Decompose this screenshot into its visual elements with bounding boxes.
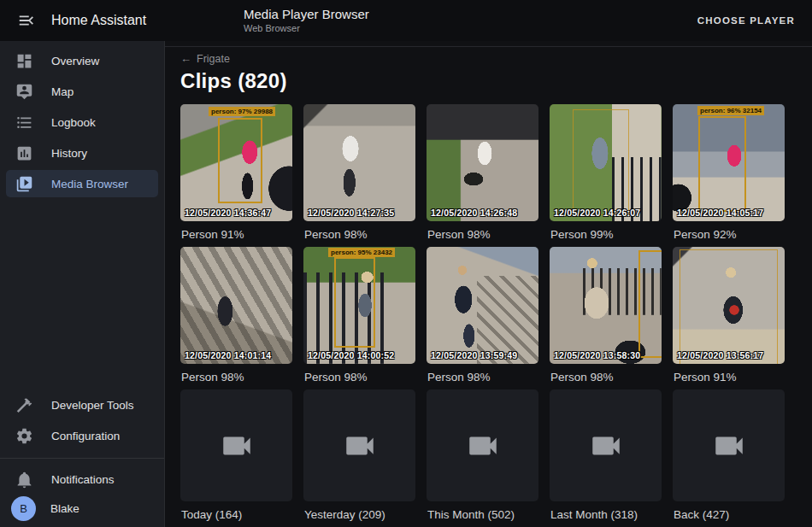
folder-caption: Back (427) xyxy=(674,508,785,522)
sidebar-item-developer-tools[interactable]: Developer Tools xyxy=(6,391,158,419)
detection-bounding-box xyxy=(698,116,746,212)
clip-timestamp: 12/05/2020 14:36:47 xyxy=(185,208,271,218)
detection-label: person: 95% 23432 xyxy=(328,248,395,257)
panel-title-block: Media Player Browser Web Browser xyxy=(244,7,369,35)
folder-thumbnail xyxy=(550,389,662,501)
menu-open-button[interactable] xyxy=(13,7,40,34)
clip-caption: Person 98% xyxy=(304,228,415,242)
back-arrow-icon: ← xyxy=(180,52,191,65)
detection-bounding-box xyxy=(218,118,262,203)
video-icon xyxy=(465,428,501,464)
folder-thumbnail xyxy=(303,389,415,501)
clip-thumbnail: 12/05/2020 13:56:17 xyxy=(673,247,785,364)
folder-thumbnail xyxy=(673,389,785,501)
detection-label: person: 97% 29988 xyxy=(209,107,275,116)
clip-caption: Person 98% xyxy=(427,371,538,384)
sidebar-spacer xyxy=(0,199,164,389)
folder-tile-today[interactable]: Today (164) xyxy=(180,389,292,527)
sidebar-header: Home Assistant xyxy=(0,7,165,34)
clip-thumbnail: 12/05/2020 14:27:35 xyxy=(303,104,415,221)
folder-tile-back[interactable]: Back (427) xyxy=(673,389,785,527)
folder-caption: Today (164) xyxy=(181,508,292,522)
clip-tile[interactable]: person: 95% 23432 12/05/2020 14:00:52 Pe… xyxy=(303,247,415,389)
sidebar-divider xyxy=(0,458,164,459)
sidebar-item-label: Developer Tools xyxy=(51,399,134,412)
clip-thumbnail: 12/05/2020 13:58:30 xyxy=(550,247,662,364)
clip-caption: Person 98% xyxy=(427,228,538,242)
clip-tile[interactable]: 12/05/2020 14:26:48 Person 98% xyxy=(427,104,538,247)
clip-thumbnail: 12/05/2020 14:26:07 xyxy=(550,104,662,221)
folder-thumbnail xyxy=(427,389,538,501)
detection-label: person: 96% 32154 xyxy=(697,106,764,115)
clip-tile[interactable]: 12/05/2020 14:01:14 Person 98% xyxy=(180,247,292,389)
clip-timestamp: 12/05/2020 13:56:17 xyxy=(677,350,763,360)
clip-timestamp: 12/05/2020 14:26:48 xyxy=(431,208,517,218)
choose-player-button[interactable]: CHOOSE PLAYER xyxy=(692,9,800,32)
folder-tile-this-month[interactable]: This Month (502) xyxy=(427,389,538,527)
clip-tile[interactable]: 12/05/2020 13:58:30 Person 98% xyxy=(550,247,662,389)
clip-timestamp: 12/05/2020 14:26:07 xyxy=(554,208,640,218)
video-icon xyxy=(342,428,378,464)
user-avatar: B xyxy=(11,496,36,521)
detection-bounding-box xyxy=(573,109,629,215)
app-title: Home Assistant xyxy=(51,13,146,28)
clip-timestamp: 12/05/2020 13:58:30 xyxy=(554,350,640,360)
video-icon xyxy=(219,428,255,464)
clip-caption: Person 98% xyxy=(550,371,662,384)
clip-tile[interactable]: 12/05/2020 13:59:49 Person 98% xyxy=(427,247,538,389)
hammer-icon xyxy=(14,395,34,415)
breadcrumb-back[interactable]: ← Frigate xyxy=(180,52,230,65)
clip-tile[interactable]: 12/05/2020 14:26:07 Person 99% xyxy=(550,104,662,247)
page-title: Clips (820) xyxy=(180,69,812,93)
detection-bounding-box xyxy=(638,250,662,358)
clip-timestamp: 12/05/2020 14:27:35 xyxy=(308,208,394,218)
folder-caption: This Month (502) xyxy=(427,508,538,522)
clip-tile[interactable]: 12/05/2020 13:56:17 Person 91% xyxy=(673,247,785,389)
clip-caption: Person 98% xyxy=(181,371,292,384)
clip-thumbnail: person: 95% 23432 12/05/2020 14:00:52 xyxy=(303,247,415,364)
clip-timestamp: 12/05/2020 14:05:17 xyxy=(677,208,763,218)
folder-tile-yesterday[interactable]: Yesterday (209) xyxy=(303,389,415,527)
clips-grid: person: 97% 29988 12/05/2020 14:36:47 Pe… xyxy=(180,104,797,527)
clip-thumbnail: 12/05/2020 13:59:49 xyxy=(427,247,538,364)
clip-tile[interactable]: person: 97% 29988 12/05/2020 14:36:47 Pe… xyxy=(180,104,292,247)
sidebar-item-label: Map xyxy=(51,85,74,98)
sidebar-item-map[interactable]: Map xyxy=(6,78,158,105)
sidebar-item-media-browser[interactable]: Media Browser xyxy=(6,170,158,197)
breadcrumb-label: Frigate xyxy=(197,53,230,65)
gear-icon xyxy=(14,425,34,446)
sidebar-item-label: Configuration xyxy=(51,430,120,442)
menu-open-icon xyxy=(17,11,36,30)
folder-tile-last-month[interactable]: Last Month (318) xyxy=(550,389,662,527)
folder-thumbnail xyxy=(180,389,292,501)
sidebar-item-notifications[interactable]: Notifications xyxy=(6,466,158,493)
video-icon xyxy=(588,428,624,464)
sidebar-item-user[interactable]: B Blake xyxy=(6,495,158,522)
sidebar-item-overview[interactable]: Overview xyxy=(6,47,158,74)
clip-thumbnail: 12/05/2020 14:26:48 xyxy=(427,104,538,221)
clip-caption: Person 91% xyxy=(181,228,292,242)
video-icon xyxy=(711,428,747,464)
sidebar-item-configuration[interactable]: Configuration xyxy=(6,422,158,449)
format-list-bulleted-icon xyxy=(14,112,34,132)
user-name: Blake xyxy=(50,502,79,515)
account-tooltip-icon xyxy=(14,81,34,102)
sidebar-item-label: History xyxy=(51,147,87,160)
panel-subtitle: Web Browser xyxy=(244,23,369,35)
clip-tile[interactable]: 12/05/2020 14:27:35 Person 98% xyxy=(303,104,415,247)
clip-thumbnail: person: 97% 29988 12/05/2020 14:36:47 xyxy=(180,104,292,221)
clip-timestamp: 12/05/2020 14:00:52 xyxy=(308,350,394,360)
sidebar-item-logbook[interactable]: Logbook xyxy=(6,108,158,136)
clip-caption: Person 99% xyxy=(550,228,662,242)
clip-tile[interactable]: person: 96% 32154 12/05/2020 14:05:17 Pe… xyxy=(673,104,785,247)
sidebar-item-label: Logbook xyxy=(51,116,96,129)
sidebar-item-label: Notifications xyxy=(51,473,115,486)
sidebar-item-history[interactable]: History xyxy=(6,139,158,167)
sidebar: Overview Map Logbook History Media Brows… xyxy=(0,41,165,527)
detection-bounding-box xyxy=(334,257,375,348)
clip-timestamp: 12/05/2020 14:01:14 xyxy=(185,350,271,360)
play-box-multiple-icon xyxy=(14,173,34,194)
chart-box-icon xyxy=(14,143,34,163)
clip-thumbnail: person: 96% 32154 12/05/2020 14:05:17 xyxy=(673,104,785,221)
clip-timestamp: 12/05/2020 13:59:49 xyxy=(431,350,517,360)
